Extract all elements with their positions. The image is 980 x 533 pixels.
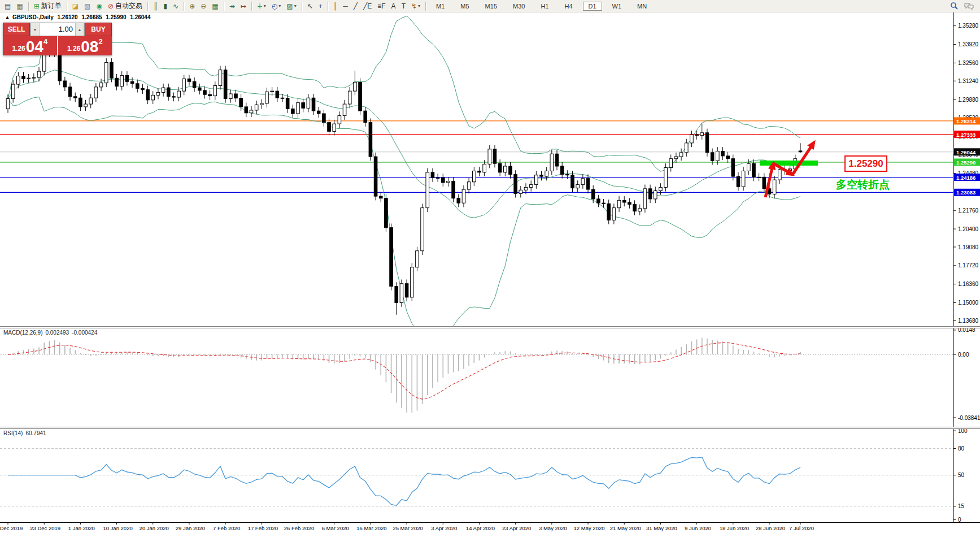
date-axis[interactable]: 3 Dec 201923 Dec 20191 Jan 202010 Jan 20… — [0, 523, 814, 531]
panel-toggle-icon[interactable]: ▲ — [5, 14, 10, 20]
date-tick-label: 3 Apr 2020 — [431, 525, 457, 531]
candle-body — [27, 78, 31, 79]
bar-chart-icon[interactable]: ║ — [151, 0, 160, 12]
vertical-line-icon[interactable]: │ — [331, 0, 340, 12]
profiles-icon[interactable]: ▧ — [82, 0, 93, 12]
candle-body — [265, 92, 269, 103]
candle-body — [700, 133, 704, 136]
chart-ohlc-title: ▲GBPUSD-,Daily 1.26120 1.26685 1.25990 1… — [5, 14, 153, 20]
candle-body — [773, 180, 776, 194]
text-label-icon[interactable]: T — [399, 0, 408, 12]
candle-body — [73, 97, 77, 98]
price-tag-label: 1.27333 — [956, 132, 975, 138]
signals-icon[interactable]: ◉ — [94, 0, 104, 12]
candle-body — [343, 104, 346, 116]
toolbar-separator — [328, 2, 328, 11]
candle-body — [156, 93, 160, 96]
candle-body — [193, 81, 196, 88]
timeframe-button-m15[interactable]: M15 — [480, 2, 503, 11]
chart-canvas[interactable]: 1.25290多空转折点1.352801.339201.325601.31240… — [0, 0, 980, 533]
arrows-tool-icon[interactable]: ↯▾ — [409, 0, 423, 12]
timeframe-button-m30[interactable]: M30 — [507, 2, 530, 11]
vertical-line-icon: │ — [333, 3, 338, 10]
price-tick-label: 1.16360 — [958, 281, 979, 287]
candle-body — [11, 84, 15, 98]
date-tick-label: 7 Jul 2020 — [789, 525, 814, 531]
fibonacci-icon[interactable]: ≡F — [375, 0, 387, 12]
candle-body — [260, 103, 264, 105]
candle-body — [400, 284, 403, 303]
trendline-icon[interactable]: ╱ — [351, 0, 360, 12]
auto-trading-button[interactable]: ⊘自动交易 — [106, 0, 145, 12]
sell-price-button[interactable]: 1.26 04 4 — [3, 36, 57, 55]
market-watch-icon[interactable]: ▤ — [2, 0, 13, 12]
sell-button[interactable]: SELL — [3, 23, 30, 36]
date-tick-label: 29 Jan 2020 — [176, 525, 205, 531]
candle-body — [763, 177, 766, 189]
candle-body — [514, 174, 517, 193]
volume-increase-button[interactable]: ▲ — [75, 23, 84, 36]
buy-price-button[interactable]: 1.26 08 2 — [58, 36, 112, 55]
search-icon[interactable] — [948, 0, 961, 12]
candle-body — [426, 172, 429, 208]
volume-input[interactable]: 1.00 — [40, 23, 75, 36]
templates-icon[interactable]: ▨▾ — [284, 0, 298, 12]
new-order-button-label: 新订单 — [41, 1, 62, 11]
horizontal-line-icon[interactable]: ─ — [341, 0, 350, 12]
candle-body — [37, 71, 41, 77]
buy-button[interactable]: BUY — [85, 23, 112, 36]
candle-body — [731, 159, 735, 176]
periods-icon[interactable]: ◴▾ — [269, 0, 284, 12]
equidistant-channel-icon[interactable]: ╱E — [361, 0, 374, 12]
timeframe-button-d1[interactable]: D1 — [583, 2, 602, 11]
candle-body — [250, 110, 253, 113]
timeframe-button-m1[interactable]: M1 — [430, 2, 450, 11]
chart-shift-icon[interactable]: ↦ — [238, 0, 249, 12]
chat-icon[interactable] — [962, 0, 976, 12]
indicators-icon[interactable]: ∔▾ — [255, 0, 268, 12]
auto-scroll-icon[interactable]: ↠ — [227, 0, 237, 12]
candle-body — [421, 208, 424, 251]
candle-body — [255, 105, 258, 110]
price-tag-label: 1.28314 — [956, 118, 976, 124]
zoom-in-icon[interactable]: ⊕ — [187, 0, 197, 12]
tile-windows-icon[interactable]: ▦ — [210, 0, 220, 12]
highlight-zone-bar[interactable] — [760, 161, 818, 166]
timeframe-button-mn[interactable]: MN — [631, 2, 652, 11]
timeframe-button-h4[interactable]: H4 — [559, 2, 578, 11]
candle-body — [390, 228, 393, 287]
candle-body — [545, 171, 548, 176]
price-callout-text: 1.25290 — [848, 158, 883, 169]
candle-body — [6, 98, 10, 109]
profiles-icon: ▧ — [84, 3, 90, 10]
candle-body — [447, 181, 450, 183]
toolbar-separator — [147, 2, 148, 11]
candle-body — [659, 187, 663, 190]
rsi-value: 60.7941 — [25, 430, 46, 436]
candle-body — [612, 208, 616, 220]
new-order-button[interactable]: ⊞新订单 — [32, 0, 64, 12]
annotation-note-text[interactable]: 多空转折点 — [836, 179, 890, 190]
candle-body — [405, 284, 408, 297]
candlestick-chart-icon[interactable]: ▮ — [162, 0, 170, 12]
candle-body — [317, 111, 320, 114]
timeframe-button-h1[interactable]: H1 — [535, 2, 554, 11]
line-chart-icon[interactable]: ∿ — [171, 0, 181, 12]
candle-body — [617, 200, 621, 207]
chevron-down-icon: ▾ — [294, 3, 297, 8]
candle-body — [79, 98, 82, 107]
text-icon[interactable]: A — [389, 0, 398, 12]
volume-decrease-button[interactable]: ▼ — [31, 23, 40, 36]
crosshair-icon[interactable]: + — [316, 0, 325, 12]
timeframe-button-w1[interactable]: W1 — [607, 2, 628, 11]
zoom-out-icon[interactable]: ⊖ — [198, 0, 208, 12]
chart-styles-icon[interactable]: ◪ — [70, 0, 81, 12]
equidistant-channel-icon: ╱E — [363, 3, 372, 10]
data-window-icon[interactable]: ▦ — [14, 0, 25, 12]
candle-body — [664, 167, 668, 187]
cursor-icon[interactable]: ↖ — [305, 0, 315, 12]
candle-body — [203, 90, 207, 94]
date-tick-label: 31 May 2020 — [646, 525, 677, 531]
new-order-button: ⊞ — [34, 3, 40, 10]
timeframe-button-m5[interactable]: M5 — [455, 2, 474, 11]
